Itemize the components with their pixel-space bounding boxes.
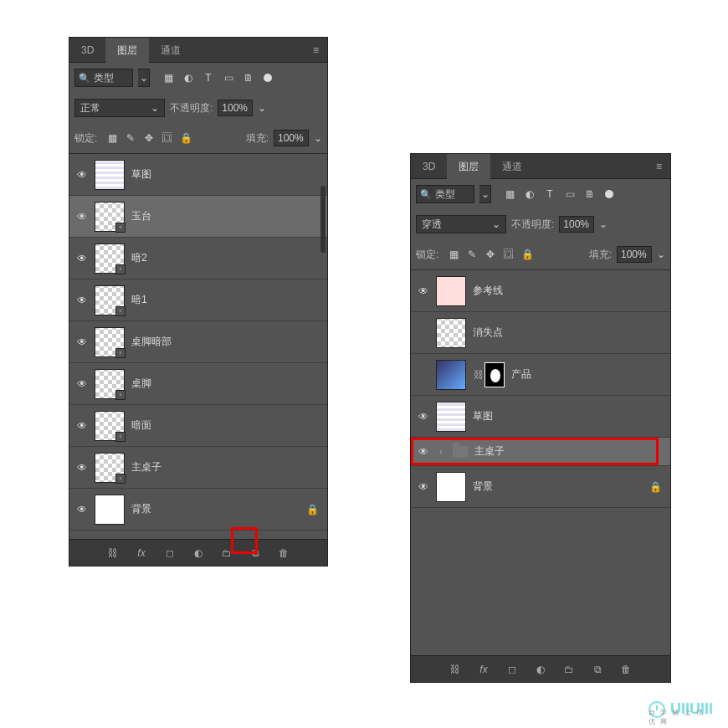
fill-input[interactable]: 100% [617, 246, 652, 263]
lock-paint-icon[interactable]: ✎ [124, 131, 137, 145]
layer-name[interactable]: 玉台 [131, 209, 319, 223]
layer-row[interactable]: 背景🔒 [411, 466, 670, 508]
mask-icon[interactable]: ◻ [505, 662, 520, 677]
layer-name[interactable]: 暗2 [131, 251, 319, 265]
delete-icon[interactable]: 🗑 [618, 662, 633, 677]
layer-thumbnail[interactable] [436, 276, 466, 306]
layer-thumbnail[interactable] [436, 318, 466, 348]
visibility-toggle[interactable] [69, 253, 95, 264]
layer-name[interactable]: 桌脚 [131, 377, 319, 391]
link-layers-icon[interactable]: ⛓ [448, 662, 463, 677]
delete-icon[interactable]: 🗑 [276, 546, 291, 561]
layer-name[interactable]: 暗1 [131, 293, 319, 307]
filter-dropdown-icon[interactable]: ⌄ [138, 69, 150, 87]
layer-row[interactable]: 消失点 [411, 312, 670, 354]
layer-row[interactable]: ▫主桌子 [69, 447, 327, 489]
layer-filter-select[interactable]: 🔍 类型 [74, 69, 133, 87]
layer-thumbnail[interactable]: ▫ [95, 327, 125, 357]
layer-thumbnail[interactable]: ▫ [95, 411, 125, 441]
new-layer-icon[interactable]: ⧉ [590, 662, 605, 677]
lock-transparency-icon[interactable]: ▦ [105, 131, 119, 145]
layer-thumbnail[interactable]: ▫ [95, 285, 125, 315]
adjustment-icon[interactable]: ◐ [191, 546, 206, 561]
filter-pixel-icon[interactable]: ▦ [503, 187, 516, 201]
visibility-toggle[interactable] [411, 446, 436, 458]
lock-transparency-icon[interactable]: ▦ [447, 248, 460, 261]
visibility-toggle[interactable] [69, 462, 95, 474]
mask-icon[interactable]: ◻ [162, 546, 177, 561]
lock-paint-icon[interactable]: ✎ [465, 248, 479, 261]
filter-toggle-icon[interactable] [605, 190, 613, 198]
layer-thumbnail[interactable]: ▫ [95, 202, 125, 232]
tab-channels[interactable]: 通道 [490, 154, 534, 179]
filter-shape-icon[interactable]: ▭ [563, 187, 577, 201]
chevron-down-icon[interactable]: ⌄ [314, 132, 322, 144]
visibility-toggle[interactable] [69, 420, 95, 432]
layer-name[interactable]: 主桌子 [131, 460, 319, 474]
layer-name[interactable]: 主桌子 [474, 444, 662, 459]
tab-3d[interactable]: 3D [411, 154, 447, 179]
lock-all-icon[interactable]: 🔒 [520, 248, 534, 261]
new-group-icon[interactable]: 🗀 [219, 546, 234, 561]
filter-smart-icon[interactable]: 🗎 [583, 187, 597, 201]
visibility-toggle[interactable] [69, 169, 95, 181]
new-group-icon[interactable]: 🗀 [561, 662, 577, 677]
filter-type-icon[interactable]: T [543, 187, 556, 201]
layer-name[interactable]: 参考线 [473, 284, 662, 298]
filter-adjust-icon[interactable]: ◐ [523, 187, 536, 201]
opacity-input[interactable]: 100% [559, 216, 594, 233]
opacity-input[interactable]: 100% [218, 100, 253, 116]
lock-position-icon[interactable]: ✥ [484, 248, 497, 261]
layer-thumbnail[interactable] [95, 495, 125, 525]
layer-mask-thumbnail[interactable] [484, 362, 505, 387]
visibility-toggle[interactable] [69, 504, 95, 515]
layer-name[interactable]: 背景 [473, 479, 649, 494]
scrollbar-thumb[interactable] [320, 186, 326, 253]
link-icon[interactable]: ⛓ [473, 369, 484, 381]
filter-shape-icon[interactable]: ▭ [222, 71, 235, 85]
blend-mode-select[interactable]: 正常 ⌄ [74, 99, 165, 117]
panel-menu-icon[interactable]: ≡ [648, 161, 670, 172]
layer-name[interactable]: 草图 [473, 409, 662, 423]
lock-artboard-icon[interactable]: ⿴ [161, 131, 174, 145]
visibility-toggle[interactable] [69, 211, 95, 223]
filter-type-icon[interactable]: T [202, 71, 215, 85]
chevron-down-icon[interactable]: ⌄ [657, 249, 665, 260]
layer-thumbnail[interactable]: ▫ [95, 369, 125, 399]
filter-adjust-icon[interactable]: ◐ [182, 71, 195, 85]
visibility-toggle[interactable] [411, 411, 436, 423]
lock-artboard-icon[interactable]: ⿴ [502, 248, 515, 261]
new-layer-icon[interactable]: ⧉ [248, 546, 263, 561]
visibility-toggle[interactable] [411, 285, 436, 297]
layer-name[interactable]: 草图 [131, 167, 319, 182]
chevron-down-icon[interactable]: ⌄ [599, 218, 608, 230]
layer-row[interactable]: 参考线 [411, 270, 670, 312]
layer-row[interactable]: ▫暗2 [69, 238, 327, 279]
lock-all-icon[interactable]: 🔒 [179, 131, 192, 145]
layer-name[interactable]: 暗面 [131, 418, 319, 433]
layer-thumbnail[interactable] [436, 402, 466, 432]
blend-mode-select[interactable]: 穿透 ⌄ [416, 215, 506, 233]
layer-thumbnail[interactable] [436, 472, 466, 502]
layer-row[interactable]: 背景🔒 [69, 489, 327, 531]
layer-row[interactable]: ▫暗1 [69, 279, 327, 321]
layer-row[interactable]: ▫桌脚暗部 [69, 321, 327, 363]
lock-position-icon[interactable]: ✥ [142, 131, 156, 145]
layer-name[interactable]: 桌脚暗部 [131, 335, 319, 349]
fx-icon[interactable]: fx [134, 546, 149, 561]
tab-3d[interactable]: 3D [69, 38, 105, 63]
layer-row[interactable]: ›主桌子 [411, 438, 670, 466]
visibility-toggle[interactable] [69, 295, 95, 306]
layer-filter-select[interactable]: 🔍 类型 [416, 185, 474, 203]
visibility-toggle[interactable] [69, 336, 95, 348]
filter-dropdown-icon[interactable]: ⌄ [479, 185, 491, 203]
chevron-down-icon[interactable]: ⌄ [258, 102, 266, 114]
layer-row[interactable]: ▫玉台 [69, 196, 327, 238]
tab-channels[interactable]: 通道 [149, 38, 192, 63]
layer-thumbnail[interactable]: ▫ [95, 244, 125, 274]
visibility-toggle[interactable] [411, 481, 436, 493]
layer-row[interactable]: ▫桌脚 [69, 363, 327, 405]
fx-icon[interactable]: fx [476, 662, 491, 677]
tab-layers[interactable]: 图层 [105, 38, 149, 63]
layer-thumbnail[interactable]: ▫ [95, 453, 125, 483]
